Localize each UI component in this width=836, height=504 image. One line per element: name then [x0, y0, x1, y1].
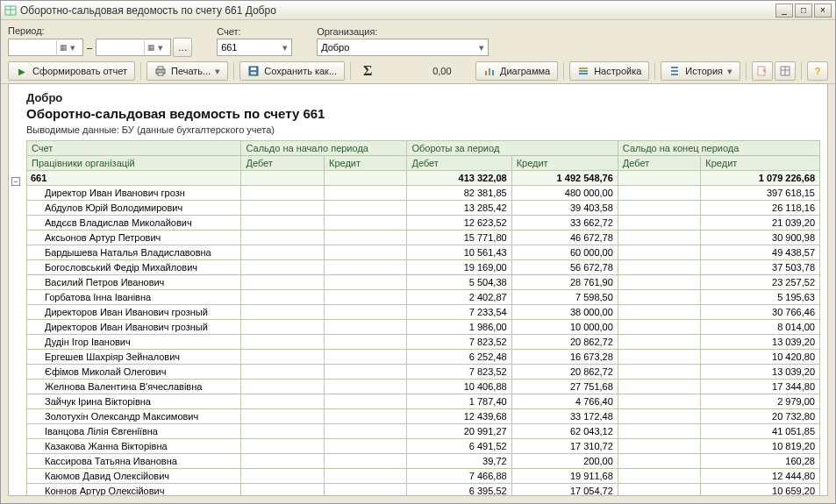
- cell-turn-c: 62 043,12: [511, 424, 618, 439]
- th-sub: Працівники організацій: [27, 156, 241, 171]
- th-account: Счет: [27, 141, 241, 156]
- cell-close-d: [618, 275, 701, 290]
- settings-button[interactable]: Настройка: [569, 61, 649, 81]
- cell-open-d: [241, 290, 325, 305]
- cell-turn-c: 33 662,72: [511, 216, 618, 231]
- cell-turn-c: 17 310,72: [511, 439, 618, 454]
- svg-rect-12: [579, 67, 588, 69]
- cell-name: Авдєєв Владислав Миколайович: [27, 216, 241, 231]
- minimize-button[interactable]: _: [775, 4, 793, 18]
- maximize-button[interactable]: □: [795, 4, 812, 18]
- dropdown-icon[interactable]: ▾: [70, 42, 81, 53]
- period-from-input[interactable]: ▦ ▾: [8, 39, 83, 56]
- cell-name: Бардышева Наталья Владиславовна: [27, 245, 241, 260]
- history-label: История: [685, 66, 723, 76]
- cell-close-d: [618, 350, 701, 365]
- cell-turn-c: 480 000,00: [511, 186, 618, 201]
- cell-open-d: [241, 186, 325, 201]
- diagram-button[interactable]: Диаграмма: [475, 61, 558, 81]
- svg-rect-7: [251, 67, 256, 70]
- tool-button-2[interactable]: [775, 61, 796, 81]
- cell-turn-d: 15 771,80: [407, 231, 511, 245]
- form-report-button[interactable]: ▶ Сформировать отчет: [8, 61, 135, 81]
- cell-turn-d: 6 395,52: [407, 484, 511, 496]
- cell-name: Горбатова Інна Іванівна: [27, 290, 241, 305]
- cell-name: Директоров Иван Иванович грозный: [27, 305, 241, 320]
- cell-name: Казакова Жанна Вікторівна: [27, 439, 241, 454]
- cell-open-d: [241, 424, 325, 439]
- table-row: Казакова Жанна Вікторівна6 491,5217 310,…: [27, 439, 820, 454]
- cell-turn-d: 6 252,48: [407, 350, 511, 365]
- cell-turn-d: 10 561,43: [407, 245, 511, 260]
- cell-close-c: 26 118,16: [701, 201, 820, 216]
- dropdown-icon[interactable]: ▾: [282, 42, 288, 53]
- th-close-c: Кредит: [701, 156, 820, 171]
- dropdown-icon[interactable]: ▾: [158, 42, 168, 53]
- calendar-icon[interactable]: ▦: [56, 40, 70, 54]
- account-input[interactable]: 661 ▾: [217, 39, 292, 56]
- cell-close-d: [618, 216, 701, 231]
- cell-name: Каюмов Давид Олексійович: [27, 469, 241, 484]
- sigma-icon: Σ: [363, 63, 372, 79]
- dropdown-icon[interactable]: ▾: [215, 66, 220, 77]
- print-label: Печать...: [171, 66, 211, 76]
- cell-turn-c: 60 000,00: [511, 245, 618, 260]
- cell-turn-c: 4 766,40: [511, 394, 618, 409]
- cell-close-d: [618, 320, 701, 335]
- cell-open-c: [324, 424, 407, 439]
- help-button[interactable]: ?: [807, 61, 828, 81]
- table-row: Дудін Ігор Іванович7 823,5220 862,7213 0…: [27, 335, 820, 350]
- app-icon: [4, 4, 17, 17]
- close-button[interactable]: ×: [814, 4, 832, 18]
- report-title: Оборотно-сальдовая ведомость по счету 66…: [26, 106, 820, 121]
- cell-open-d: [241, 484, 325, 496]
- cell-open-d: [241, 469, 325, 484]
- diagram-label: Диаграмма: [500, 66, 550, 76]
- settings-icon: [577, 65, 589, 77]
- cell-open-c: [324, 439, 407, 454]
- chart-icon: [483, 65, 496, 77]
- tool-button-1[interactable]: [752, 61, 773, 81]
- table-row: Коннов Артур Олексійович6 395,5217 054,7…: [27, 484, 820, 496]
- save-as-button[interactable]: Сохранить как...: [239, 61, 345, 81]
- dropdown-icon[interactable]: ▾: [727, 66, 732, 77]
- cell-close-c: 17 344,80: [701, 380, 820, 394]
- cell-close-c: 37 503,78: [701, 260, 820, 275]
- cell-name: Директоров Иван Иванович грозный: [27, 320, 241, 335]
- cell-open-d: [241, 305, 325, 320]
- cell-open-d: [241, 245, 325, 260]
- period-picker-button[interactable]: …: [173, 38, 192, 57]
- period-to-input[interactable]: ▦ ▾: [96, 39, 171, 56]
- window-titlebar: Оборотно-сальдовая ведомость по счету 66…: [1, 1, 835, 20]
- cell-close-c: 8 014,00: [701, 320, 820, 335]
- table-row: Зайчук Ірина Вікторівна1 787,404 766,402…: [27, 394, 820, 409]
- cell-open-c: [324, 231, 407, 245]
- cell-open-d: [241, 216, 325, 231]
- history-button[interactable]: История ▾: [661, 61, 740, 81]
- tool-icon: [756, 65, 768, 77]
- calendar-icon[interactable]: ▦: [144, 40, 158, 54]
- dropdown-icon[interactable]: ▾: [479, 42, 484, 53]
- save-icon: [247, 65, 260, 77]
- cell-name: Золотухін Олександр Максимович: [27, 409, 241, 424]
- svg-rect-13: [579, 70, 588, 72]
- cell-close-c: 21 039,20: [701, 216, 820, 231]
- org-input[interactable]: Добро ▾: [317, 39, 489, 56]
- cell-open-d: [241, 365, 325, 380]
- cell-open-d: [241, 201, 325, 216]
- cell-close-c: 20 732,80: [701, 409, 820, 424]
- print-button[interactable]: Печать... ▾: [146, 61, 228, 81]
- window-title: Оборотно-сальдовая ведомость по счету 66…: [20, 4, 775, 17]
- cell-name: Абдулов Юрій Володимирович: [27, 201, 241, 216]
- cell-open-c: [324, 380, 407, 394]
- sum-value: 0,00: [378, 66, 457, 76]
- tree-collapse-button[interactable]: −: [11, 177, 20, 186]
- cell-turn-c: 27 751,68: [511, 380, 618, 394]
- cell-open-c: [324, 394, 407, 409]
- cell-name: Єфімов Миколай Олегович: [27, 365, 241, 380]
- cell-open-c: [324, 454, 407, 469]
- report-scroll[interactable]: Добро Оборотно-сальдовая ведомость по сч…: [9, 84, 827, 495]
- svg-rect-14: [579, 73, 588, 75]
- cell-turn-c: 39 403,58: [511, 201, 618, 216]
- cell-turn-d: 6 491,52: [407, 439, 511, 454]
